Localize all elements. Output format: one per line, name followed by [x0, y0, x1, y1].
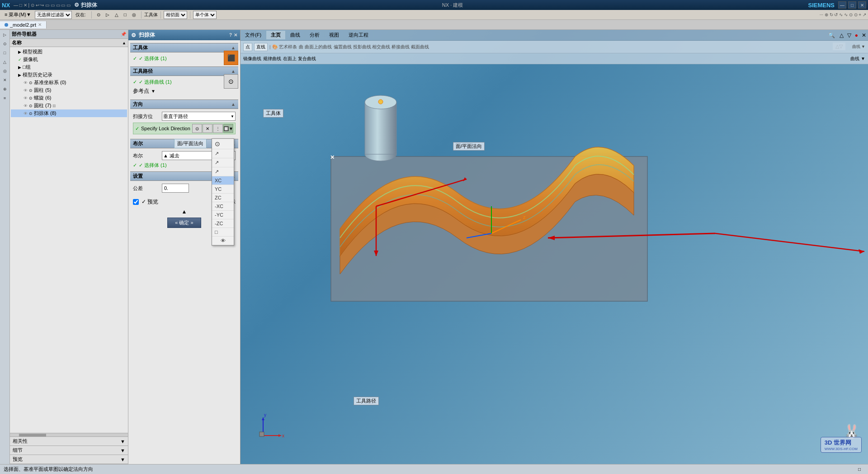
dir-item-neg-xc[interactable]: -XC: [212, 202, 234, 211]
dir-item-face[interactable]: ⊙: [212, 139, 234, 149]
face-normal-label: 面/平面法向: [453, 142, 485, 151]
scope-select[interactable]: 单个体: [193, 11, 217, 19]
sidebar-icon-8[interactable]: ≡: [1, 94, 9, 102]
dir-item-zc[interactable]: ZC: [212, 194, 234, 202]
panel-detail[interactable]: 细节▼: [10, 446, 128, 455]
vp-tab-view[interactable]: 视图: [325, 31, 344, 39]
filter-select[interactable]: 无选择过滤器: [35, 11, 72, 19]
neg-xc-icon: -XC: [215, 204, 223, 209]
panel-relevance[interactable]: 相关性▼: [10, 437, 128, 446]
sidebar-icon-selection[interactable]: ▷: [1, 31, 9, 39]
tb-icon-5[interactable]: ◎: [130, 11, 138, 19]
chevron-right-ref[interactable]: ▼: [151, 89, 156, 94]
nav-item-history[interactable]: ▶模型历史记录: [11, 71, 127, 79]
vp-tab-file[interactable]: 文件(F): [241, 31, 266, 39]
dialog-help-icon[interactable]: ?: [229, 33, 232, 38]
vp-pin-icon[interactable]: ✕: [860, 32, 868, 38]
minimize-button[interactable]: —: [838, 1, 846, 9]
rb2-label-1: 镜像曲线: [243, 56, 261, 62]
coord-axis: x y: [259, 413, 286, 441]
nav-scrollbar[interactable]: [10, 433, 128, 436]
vp-tab-home[interactable]: 主页: [266, 31, 286, 39]
tb-icon-2[interactable]: ▷: [104, 11, 112, 19]
preview-label: ✓ 预览: [142, 198, 158, 206]
checkmark-lock: ✓: [135, 126, 139, 132]
sidebar-icon-6[interactable]: ✕: [1, 76, 9, 84]
rb-btn-point[interactable]: 点: [243, 43, 252, 51]
tb-icon-1[interactable]: ⊙: [94, 11, 103, 19]
vp-close-icon[interactable]: ●: [853, 32, 860, 38]
section-header-tool-body[interactable]: 工具体 ▲: [130, 43, 238, 52]
chevron-up-direction: ▲: [231, 102, 236, 107]
section-direction: 方向 ▲ 扫接方位 垂直于路径 ▼ ✓ Specify Lock Direc: [130, 100, 238, 138]
section-header-direction[interactable]: 方向 ▲: [130, 100, 238, 109]
dir-item-3[interactable]: ↗: [212, 167, 234, 176]
nav-item-cyl1[interactable]: 👁⊙圆柱 (5): [11, 86, 127, 94]
tb-icon-4[interactable]: □: [122, 11, 129, 19]
dir-item-neg-yc[interactable]: -YC: [212, 211, 234, 219]
lock-icon-1[interactable]: ⊙: [192, 124, 202, 133]
tb-icon-3[interactable]: △: [113, 11, 121, 19]
sidebar-icon-4[interactable]: △: [1, 58, 9, 66]
dir-item-yc[interactable]: YC: [212, 185, 234, 194]
part-nav-pin[interactable]: 📌: [121, 32, 126, 37]
file-tab-model2[interactable]: _model2.prt ✕: [0, 21, 47, 28]
eye-icon-dropdown: 👁: [221, 238, 226, 243]
ok-button[interactable]: « 确定 »: [167, 218, 201, 228]
view-select[interactable]: 相切面: [164, 11, 187, 19]
lock-icon-dropdown[interactable]: 🔲▼: [223, 124, 233, 133]
vp-collapse-icon[interactable]: ▽: [845, 32, 853, 38]
tab-close[interactable]: ✕: [38, 22, 42, 27]
panel-preview[interactable]: 预览▼: [10, 455, 128, 464]
col-sort[interactable]: ▲: [122, 41, 126, 45]
dir-item-eye[interactable]: 👁: [212, 237, 234, 245]
chevron-up-tool-body: ▲: [231, 45, 236, 50]
lock-direction-row[interactable]: ✓ Specify Lock Direction ⊙ ✕ ⋮ 🔲▼: [133, 123, 236, 134]
svg-marker-18: [859, 249, 864, 254]
rb-btn-line[interactable]: 直线: [254, 43, 268, 51]
dir-item-neg-zc[interactable]: -ZC: [212, 219, 234, 228]
dir-item-2[interactable]: ↗: [212, 158, 234, 167]
nav-columns: 名称 ▲: [10, 39, 128, 47]
status-expand[interactable]: □: [858, 467, 861, 472]
vp-search-icon[interactable]: 🔍: [826, 32, 838, 38]
nav-item-sweep[interactable]: 👁⊙扫掠体 (8): [11, 109, 127, 117]
nav-item-datum[interactable]: 👁⊙基准坐标系 (0): [11, 79, 127, 86]
nav-item-cyl2[interactable]: 👁⊙圆柱 (7) ⊞: [11, 102, 127, 109]
menu-item-main[interactable]: ≡ 菜单(M)▼: [2, 10, 34, 19]
dialog-close-icon[interactable]: ✕: [234, 33, 237, 38]
vp-tab-reverse[interactable]: 逆向工程: [344, 31, 373, 39]
dir-item-box[interactable]: □: [212, 228, 234, 237]
dialog-body: 工具体 ▲ ✓ ✓ 选择体 (1) ⬛ 工具路径: [128, 40, 240, 464]
sweep-dir-select[interactable]: 垂直于路径 ▼: [162, 112, 236, 121]
checkmark-curve: ✓: [133, 79, 137, 85]
ref-point-row: 参考点 ▼: [133, 87, 236, 95]
bool-value: ▲ 减去: [163, 152, 179, 159]
vp-expand-icon[interactable]: △: [838, 32, 845, 38]
tb-more-icons: ··· ⊕ ↻ ↺ ∿ ∿ ⊙ ⊙ + ↗: [820, 12, 866, 17]
preview-checkbox[interactable]: [133, 199, 139, 205]
sidebar-icon-2[interactable]: ⊙: [1, 40, 9, 48]
close-button[interactable]: ✕: [858, 1, 866, 9]
dir-item-1[interactable]: ↗: [212, 149, 234, 158]
svg-text:x: x: [282, 433, 284, 438]
dir-item-xc[interactable]: XC: [212, 176, 234, 185]
select-curve-row: ✓ ✓ 选择曲线 (1): [133, 79, 236, 85]
nav-item-model-view[interactable]: ▶模型视图: [11, 48, 127, 56]
vp-tab-curve[interactable]: 曲线: [286, 31, 305, 39]
section-header-tool-path[interactable]: 工具路径 ▲: [130, 66, 238, 76]
tab-dot: [5, 23, 8, 27]
lock-icon-2[interactable]: ✕: [203, 124, 212, 133]
sidebar-icon-7[interactable]: ⊕: [1, 85, 9, 93]
maximize-button[interactable]: □: [848, 1, 856, 9]
nav-item-camera[interactable]: ✓摄像机: [11, 56, 127, 63]
sidebar-icon-5[interactable]: ◎: [1, 67, 9, 75]
nav-item-group[interactable]: ▶□组: [11, 63, 127, 71]
svg-text:y: y: [264, 413, 266, 417]
nav-item-helix[interactable]: 👁⊙螺旋 (6): [11, 94, 127, 102]
tolerance-input[interactable]: [162, 184, 189, 193]
svg-marker-20: [278, 434, 281, 437]
vp-tab-analysis[interactable]: 分析: [305, 31, 325, 39]
lock-icon-3[interactable]: ⋮: [213, 124, 223, 133]
sidebar-icon-3[interactable]: □: [1, 49, 9, 57]
